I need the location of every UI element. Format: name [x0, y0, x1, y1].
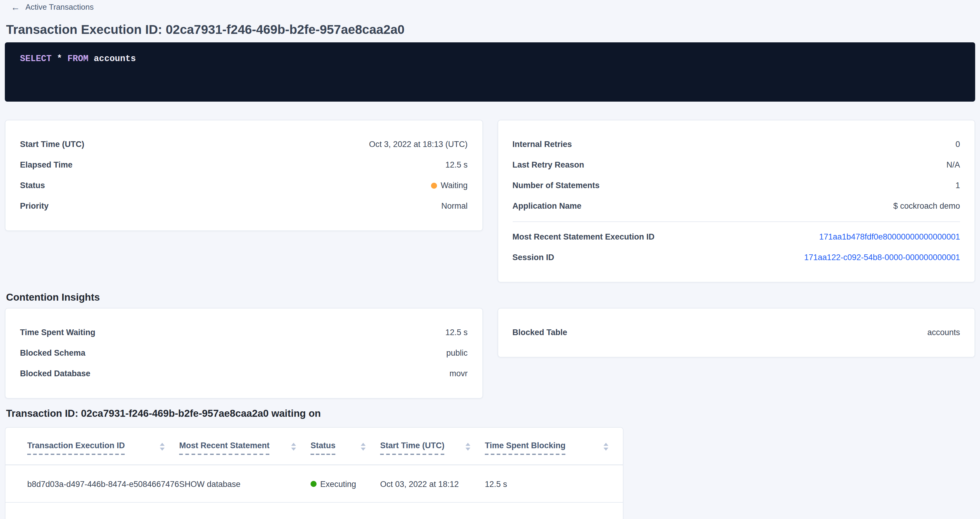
detail-row-statement-execution-id: Most Recent Statement Execution ID 171aa…: [512, 227, 960, 247]
detail-label: Elapsed Time: [20, 160, 73, 169]
detail-label: Session ID: [512, 253, 554, 262]
cell-most-recent-statement: SHOW database: [179, 465, 310, 502]
detail-value: 12.5 s: [445, 160, 468, 169]
column-header-most-recent-statement[interactable]: Most Recent Statement: [179, 427, 310, 465]
detail-value: Normal: [441, 202, 468, 211]
detail-row-elapsed-time: Elapsed Time 12.5 s: [20, 154, 468, 175]
transaction-details-card: Start Time (UTC) Oct 3, 2022 at 18:13 (U…: [5, 119, 483, 231]
detail-label: Blocked Database: [20, 369, 91, 378]
table-header-row: Transaction Execution ID Most Recent Sta…: [5, 427, 623, 465]
detail-value: public: [446, 348, 468, 357]
column-header-status[interactable]: Status: [310, 427, 380, 465]
sql-statement-box: SELECT * FROM accounts: [5, 42, 975, 101]
cell-transaction-execution-id: b8d7d03a-d497-446b-8474-e50846674768: [5, 465, 179, 502]
detail-value: N/A: [947, 160, 960, 169]
sql-statement: SELECT * FROM accounts: [20, 54, 136, 63]
waiting-transactions-table-card: Transaction Execution ID Most Recent Sta…: [5, 427, 624, 519]
cell-time-spent-blocking: 12.5 s: [485, 465, 623, 502]
detail-row-internal-retries: Internal Retries 0: [512, 134, 960, 154]
detail-row-blocked-schema: Blocked Schema public: [20, 343, 468, 363]
column-header-start-time[interactable]: Start Time (UTC): [380, 427, 485, 465]
column-header-time-spent-blocking[interactable]: Time Spent Blocking: [485, 427, 623, 465]
detail-row-session-id: Session ID 171aa122-c092-54b8-0000-00000…: [512, 247, 960, 268]
detail-row-number-of-statements: Number of Statements 1: [512, 175, 960, 196]
page-content: ← Active Transactions Transaction Execut…: [0, 0, 980, 519]
detail-value: accounts: [928, 328, 960, 337]
detail-label: Priority: [20, 202, 49, 211]
column-header-label: Most Recent Statement: [179, 441, 270, 455]
execution-attributes-card: Internal Retries 0 Last Retry Reason N/A…: [497, 119, 975, 282]
column-header-transaction-execution-id[interactable]: Transaction Execution ID: [5, 427, 179, 465]
sql-keyword-select: SELECT: [20, 54, 51, 63]
detail-row-priority: Priority Normal: [20, 196, 468, 216]
blocked-table-card: Blocked Table accounts: [497, 308, 975, 357]
column-header-label: Transaction Execution ID: [27, 441, 125, 455]
session-id-link[interactable]: 171aa122-c092-54b8-0000-000000000001: [804, 253, 960, 262]
detail-label: Time Spent Waiting: [20, 328, 95, 337]
sort-icon: [291, 443, 296, 450]
detail-row-start-time: Start Time (UTC) Oct 3, 2022 at 18:13 (U…: [20, 134, 468, 154]
table-row: b8d7d03a-d497-446b-8474-e50846674768 SHO…: [5, 465, 623, 502]
transaction-details-page: ← Active Transactions Transaction Execut…: [0, 0, 980, 519]
column-header-label: Time Spent Blocking: [485, 441, 566, 455]
contention-details-card: Time Spent Waiting 12.5 s Blocked Schema…: [5, 308, 483, 398]
cell-status: Executing: [310, 465, 380, 502]
back-arrow-icon: ←: [11, 3, 20, 11]
card-divider: [512, 221, 960, 222]
statement-execution-id-link[interactable]: 171aa1b478fdf0e80000000000000001: [819, 232, 960, 241]
summary-cards-row: Start Time (UTC) Oct 3, 2022 at 18:13 (U…: [5, 119, 975, 282]
sort-icon: [160, 443, 165, 450]
waiting-transactions-table: Transaction Execution ID Most Recent Sta…: [5, 427, 623, 503]
detail-value: movr: [449, 369, 468, 378]
contention-insights-heading: Contention Insights: [6, 290, 975, 303]
page-title: Transaction Execution ID: 02ca7931-f246-…: [6, 21, 975, 37]
detail-row-status: Status Waiting: [20, 175, 468, 196]
detail-label: Blocked Table: [512, 328, 567, 337]
detail-value: Oct 3, 2022 at 18:13 (UTC): [369, 140, 468, 149]
sql-keyword-from: FROM: [67, 54, 89, 63]
detail-row-last-retry-reason: Last Retry Reason N/A: [512, 154, 960, 175]
status-waiting-dot-icon: [431, 183, 437, 189]
column-header-label: Status: [310, 441, 336, 455]
sort-icon: [466, 443, 470, 450]
detail-value: 0: [956, 140, 960, 149]
status-executing-dot-icon: [310, 481, 317, 487]
detail-label: Internal Retries: [512, 140, 572, 149]
waiting-on-heading: Transaction ID: 02ca7931-f246-469b-b2fe-…: [6, 407, 975, 419]
back-to-active-transactions-link[interactable]: ← Active Transactions: [11, 2, 94, 11]
detail-row-blocked-table: Blocked Table accounts: [512, 322, 960, 343]
sql-star: *: [51, 54, 67, 63]
detail-label: Most Recent Statement Execution ID: [512, 232, 655, 241]
detail-label: Number of Statements: [512, 181, 600, 190]
detail-row-time-spent-waiting: Time Spent Waiting 12.5 s: [20, 322, 468, 343]
detail-value: 12.5 s: [445, 328, 468, 337]
sort-icon: [603, 443, 608, 450]
detail-label: Status: [20, 181, 45, 190]
sql-table-name: accounts: [88, 54, 136, 63]
column-header-label: Start Time (UTC): [380, 441, 445, 455]
detail-label: Blocked Schema: [20, 348, 85, 357]
breadcrumb-label: Active Transactions: [25, 2, 94, 11]
cell-start-time: Oct 03, 2022 at 18:12: [380, 465, 485, 502]
status-label: Executing: [320, 479, 356, 489]
detail-row-blocked-database: Blocked Database movr: [20, 363, 468, 384]
detail-label: Start Time (UTC): [20, 140, 84, 149]
detail-value: $ cockroach demo: [893, 202, 960, 211]
status-label: Waiting: [441, 181, 468, 190]
detail-label: Last Retry Reason: [512, 160, 584, 169]
contention-cards-row: Time Spent Waiting 12.5 s Blocked Schema…: [5, 308, 975, 398]
sort-icon: [361, 443, 366, 450]
detail-row-application-name: Application Name $ cockroach demo: [512, 196, 960, 216]
app-viewport: ← Active Transactions Transaction Execut…: [0, 0, 980, 519]
detail-label: Application Name: [512, 202, 581, 211]
detail-value: 1: [956, 181, 960, 190]
status-value: Waiting: [431, 181, 468, 190]
